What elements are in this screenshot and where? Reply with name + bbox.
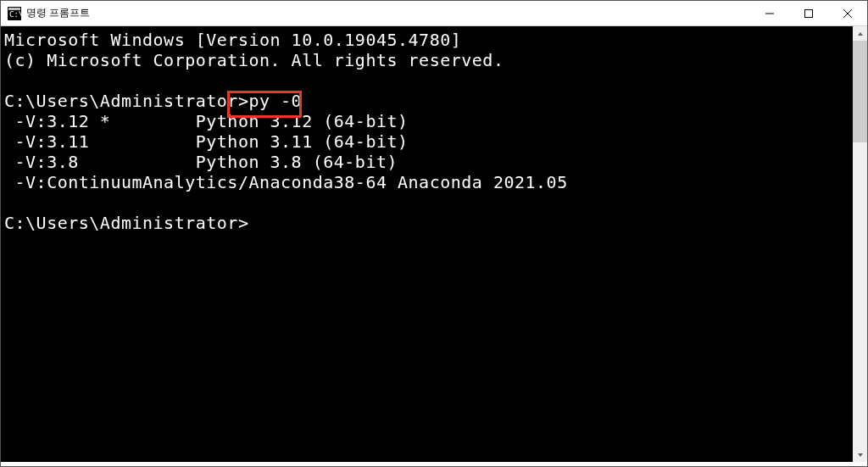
prompt-path: C:\Users\Administrator (4, 91, 238, 111)
terminal-line (4, 192, 853, 213)
content-area: Microsoft Windows [Version 10.0.19045.47… (1, 26, 867, 462)
svg-text:C:\: C:\ (9, 10, 21, 19)
scrollbar-thumb[interactable] (853, 41, 867, 142)
window-controls (750, 1, 867, 25)
scroll-up-button[interactable] (853, 26, 867, 41)
scrollbar-vertical[interactable] (853, 26, 867, 462)
prompt-command: py -0 (248, 91, 302, 111)
terminal-line: -V:3.11 Python 3.11 (64-bit) (4, 131, 853, 152)
window-title: 명령 프롬프트 (26, 6, 90, 20)
titlebar[interactable]: C:\ 명령 프롬프트 (1, 1, 867, 26)
minimize-button[interactable] (750, 1, 789, 25)
bottom-strip (1, 462, 867, 466)
terminal-line: -V:ContinuumAnalytics/Anaconda38-64 Anac… (4, 172, 853, 192)
prompt-gt: > (238, 91, 249, 111)
svg-marker-7 (858, 32, 863, 36)
svg-marker-8 (858, 453, 863, 457)
svg-rect-4 (805, 9, 813, 17)
scrollbar-track[interactable] (853, 41, 867, 448)
terminal-line: (c) Microsoft Corporation. All rights re… (4, 50, 853, 70)
terminal-prompt-line: C:\Users\Administrator>py -0 (4, 91, 853, 111)
terminal-line: -V:3.8 Python 3.8 (64-bit) (4, 152, 853, 172)
close-button[interactable] (828, 1, 867, 25)
terminal-line: Microsoft Windows [Version 10.0.19045.47… (4, 30, 853, 50)
terminal-line: C:\Users\Administrator> (4, 213, 853, 233)
terminal-line (4, 70, 853, 91)
terminal[interactable]: Microsoft Windows [Version 10.0.19045.47… (1, 26, 853, 462)
terminal-line: -V:3.12 * Python 3.12 (64-bit) (4, 111, 853, 131)
scroll-down-button[interactable] (853, 448, 867, 462)
window: C:\ 명령 프롬프트 Microsoft Windows [Version 1… (0, 0, 868, 467)
maximize-button[interactable] (789, 1, 828, 25)
cmd-icon: C:\ (8, 7, 21, 20)
